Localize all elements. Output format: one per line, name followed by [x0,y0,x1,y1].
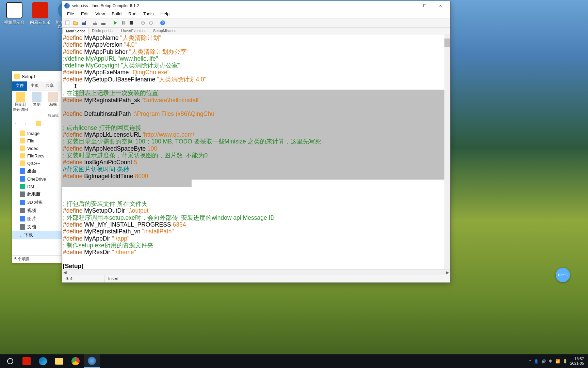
close-button[interactable]: ✕ [432,1,448,11]
tree-item[interactable]: 此电脑 [12,190,62,198]
tray-lang-icon[interactable]: 中 [549,359,553,364]
menu-edit[interactable]: Edit [78,11,92,18]
gray-icon [20,208,25,213]
tray-sound-icon[interactable]: 🔊 [541,359,546,364]
horizontal-scrollbar[interactable]: ◄► [62,269,450,275]
tree-item-label: 视频 [27,208,36,214]
step2-icon[interactable] [147,19,155,27]
tree-item[interactable]: FileRecv [12,152,62,159]
nav-fwd-icon[interactable]: → [22,121,27,126]
explorer-nav[interactable]: ← → ↑ [12,119,62,128]
tree-item[interactable]: Image [12,129,62,137]
compile-icon[interactable] [92,19,99,27]
script-tab[interactable]: HoverEvent.iss [118,28,150,34]
maximize-button[interactable]: ☐ [417,1,432,11]
tree-item[interactable]: 文档 [12,223,62,231]
blue-icon [20,216,25,221]
explorer-titlebar[interactable]: Setup1 [12,71,62,81]
arrow-icon: ↓ [20,233,22,238]
tree-item-label: Video [27,146,38,151]
tree-item-label: 文档 [27,224,36,230]
blue-icon [20,200,25,205]
svg-rect-5 [122,21,123,25]
explorer-tree: ImageFileVideoFileRecvQtC++桌面OneDriveDM此… [12,128,62,241]
run-icon[interactable] [111,19,119,27]
svg-rect-2 [82,21,85,22]
nav-up-icon[interactable]: ↑ [30,121,32,126]
app-icon [64,3,70,9]
tray-battery-icon[interactable]: 🔋 [563,359,568,364]
folder-icon [20,131,25,136]
script-tab[interactable]: DllsImport.iss [88,28,118,34]
tray-people-icon[interactable]: 👤 [534,359,539,364]
floating-timer[interactable]: 02:55 [556,268,570,282]
help-icon[interactable]: ? [159,19,166,27]
pause-icon[interactable] [119,19,127,27]
code-editor[interactable]: #define MyAppName "人类清除计划" #define MyApp… [62,34,450,269]
tree-item[interactable]: 图片 [12,215,62,223]
svg-point-12 [7,358,13,364]
script-tab[interactable]: SetupMisc.iss [150,28,180,34]
taskbar-tray[interactable]: ^ 👤 🔊 中 📶 🔋 13:572021-05 [529,357,586,366]
taskbar-explorer[interactable] [51,354,67,368]
vertical-scrollbar[interactable] [444,34,450,269]
folder-icon [20,160,25,166]
ribbon-tab-home[interactable]: 主页 [27,81,42,91]
ribbon-group-label: 剪贴板 [12,112,62,119]
ribbon-tab-share[interactable]: 共享 [42,81,57,91]
taskbar-clock[interactable]: 13:572021-05 [570,357,586,366]
open-icon[interactable] [72,19,79,27]
taskbar-app1[interactable] [18,354,35,368]
svg-rect-6 [124,21,125,25]
compile2-icon[interactable] [100,19,107,27]
ribbon-tab-file[interactable]: 文件 [12,81,27,91]
new-icon[interactable] [64,19,71,27]
tree-item[interactable]: ↓下载 [12,231,62,239]
menu-view[interactable]: View [92,11,108,18]
stop-icon[interactable] [128,19,135,27]
tree-item[interactable]: QtC++ [12,159,62,167]
menu-build[interactable]: Build [108,11,125,18]
svg-rect-0 [66,21,69,25]
blue-icon [20,168,25,174]
tree-item[interactable]: 3D 对象 [12,198,62,206]
status-position: 9: 4 [62,275,105,282]
menu-file[interactable]: File [64,11,78,18]
tray-wifi-icon[interactable]: 📶 [555,359,560,364]
taskbar-edge[interactable] [35,354,51,368]
explorer-ribbon: 文件 主页 共享 [12,81,62,91]
nav-back-icon[interactable]: ← [14,121,19,126]
svg-rect-4 [101,23,105,25]
inno-titlebar[interactable]: setup.iss - Inno Setup Compiler 6.1.2 ─ … [62,1,450,11]
tree-item[interactable]: 桌面 [12,167,62,175]
minimize-button[interactable]: ─ [401,1,417,11]
taskbar-inno[interactable] [84,354,100,368]
tree-item-label: Image [27,131,39,136]
tree-item[interactable]: 视频 [12,206,62,215]
menu-help[interactable]: Help [157,11,173,18]
menu-tools[interactable]: Tools [140,11,157,18]
tree-item[interactable]: Video [12,144,62,152]
start-button[interactable] [2,354,18,368]
save-icon[interactable] [80,19,87,27]
tool-copy[interactable]: 复制 [29,91,45,112]
tree-item[interactable]: DM [12,183,62,190]
svg-rect-3 [93,23,97,25]
folder-icon [20,145,25,151]
tool-paste[interactable]: 粘贴 [45,91,61,112]
tool-pin[interactable]: 固定到 快速访问 [12,91,29,112]
taskbar-chrome[interactable] [67,354,84,368]
window-title: setup.iss - Inno Setup Compiler 6.1.2 [72,3,401,8]
taskbar: ^ 👤 🔊 中 📶 🔋 13:572021-05 [0,354,588,368]
script-tab[interactable]: Main Script [62,28,88,34]
step-icon[interactable] [139,19,147,27]
explorer-window: Setup1 文件 主页 共享 固定到 快速访问 复制 粘贴 剪贴板 ← → ↑… [12,71,62,263]
menu-run[interactable]: Run [125,11,140,18]
blue-icon [20,176,25,182]
desktop-icon-netease[interactable]: 网易云音乐 [28,2,52,26]
tray-up-icon[interactable]: ^ [529,359,531,363]
menubar: FileEditViewBuildRunToolsHelp [62,11,450,18]
tree-item[interactable]: File [12,137,62,144]
desktop-icon-video[interactable]: 视频展示台 [2,2,27,26]
tree-item[interactable]: OneDrive [12,175,62,183]
